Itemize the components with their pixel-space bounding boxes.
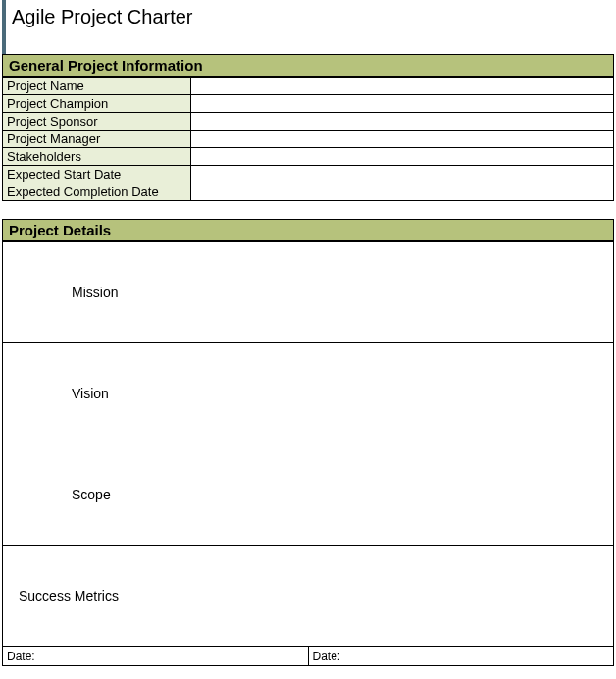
table-row: Project Name xyxy=(3,78,614,95)
field-label: Expected Start Date xyxy=(3,166,191,183)
table-row: Project Manager xyxy=(3,131,614,148)
field-value[interactable] xyxy=(191,78,614,95)
page-title: Agile Project Charter xyxy=(12,6,614,28)
field-value[interactable] xyxy=(191,166,614,183)
date-left-cell[interactable]: Date: xyxy=(3,647,308,665)
title-area: Agile Project Charter xyxy=(2,0,614,54)
date-left-label: Date: xyxy=(7,650,35,663)
table-row: Stakeholders xyxy=(3,148,614,166)
field-value[interactable] xyxy=(191,113,614,131)
date-right-cell[interactable]: Date: xyxy=(308,647,613,665)
general-info-header: General Project Information xyxy=(2,54,614,77)
detail-vision-label[interactable]: Vision xyxy=(3,343,614,444)
table-row: Expected Completion Date xyxy=(3,183,614,201)
table-row: Success Metrics xyxy=(3,546,614,647)
spacer xyxy=(2,201,614,219)
field-label: Expected Completion Date xyxy=(3,183,191,201)
table-row: Project Champion xyxy=(3,95,614,113)
field-label: Project Sponsor xyxy=(3,113,191,131)
detail-mission-label[interactable]: Mission xyxy=(3,242,614,343)
table-row: Expected Start Date xyxy=(3,166,614,183)
date-row: Date: Date: xyxy=(3,647,614,666)
field-label: Stakeholders xyxy=(3,148,191,166)
field-value[interactable] xyxy=(191,183,614,201)
table-row: Scope xyxy=(3,444,614,546)
project-details-table: Mission Vision Scope Success Metrics Dat… xyxy=(2,241,614,666)
detail-success-metrics-label[interactable]: Success Metrics xyxy=(3,546,614,647)
project-details-header: Project Details xyxy=(2,219,614,241)
field-value[interactable] xyxy=(191,131,614,148)
project-charter-page: Agile Project Charter General Project In… xyxy=(2,0,614,666)
general-info-table: Project Name Project Champion Project Sp… xyxy=(2,77,614,201)
table-row: Project Sponsor xyxy=(3,113,614,131)
date-right-label: Date: xyxy=(313,650,341,663)
detail-scope-label[interactable]: Scope xyxy=(3,444,614,546)
table-row: Vision xyxy=(3,343,614,444)
field-label: Project Name xyxy=(3,78,191,95)
field-value[interactable] xyxy=(191,95,614,113)
table-row: Mission xyxy=(3,242,614,343)
field-label: Project Manager xyxy=(3,131,191,148)
field-label: Project Champion xyxy=(3,95,191,113)
field-value[interactable] xyxy=(191,148,614,166)
